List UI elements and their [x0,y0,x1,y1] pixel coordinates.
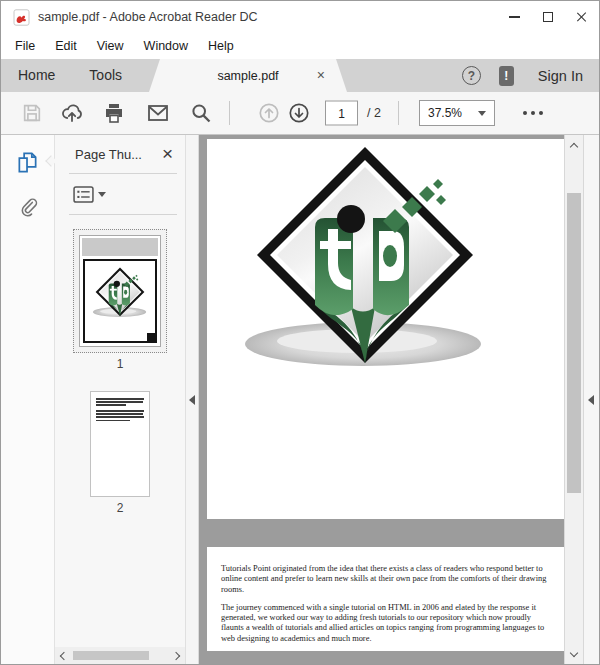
thumbnail-page-1-preview [79,235,161,347]
page-total-label: / 2 [367,106,381,120]
scroll-right-icon[interactable] [172,651,180,659]
chevron-down-icon [478,111,486,116]
thumbnail-banner [82,238,158,256]
navigation-icon-strip [1,135,55,664]
panel-close-icon[interactable]: × [162,145,173,163]
title-bar: sample.pdf - Adobe Acrobat Reader DC [1,1,599,33]
thumbnail-1-label: 1 [117,357,124,371]
chevron-up-icon [570,142,578,150]
sign-in-button[interactable]: Sign In [538,68,583,84]
collapse-panel-icon[interactable] [189,395,195,405]
menu-window[interactable]: Window [134,35,198,57]
pdf-page-2: Tutorials Point originated from the idea… [207,547,564,651]
toolbar: / 2 37.5% [1,92,599,135]
menu-help[interactable]: Help [198,35,244,57]
help-icon[interactable]: ? [462,66,481,85]
scroll-up-button[interactable] [565,137,583,153]
menu-view[interactable]: View [87,35,134,57]
tab-tools[interactable]: Tools [72,59,139,92]
close-button[interactable] [565,1,599,33]
notification-icon[interactable]: ! [499,66,514,86]
printer-icon [102,101,126,125]
close-icon [576,11,588,23]
acrobat-reader-window: sample.pdf - Adobe Acrobat Reader DC Fil… [0,0,600,665]
vertical-scrollbar-thumb[interactable] [567,193,581,493]
thumbnail-options-button[interactable] [55,174,185,214]
chevron-down-icon [98,192,106,197]
share-button[interactable] [60,101,84,125]
window-title: sample.pdf - Adobe Acrobat Reader DC [38,10,258,24]
more-tools-button[interactable] [523,111,543,115]
attachments-paperclip-icon[interactable] [17,194,38,217]
horizontal-scrollbar-thumb[interactable] [73,651,149,660]
page-thumbnails-icon[interactable] [16,151,39,174]
document-viewport[interactable]: Tutorials Point originated from the idea… [199,135,564,664]
scroll-left-icon[interactable] [60,651,68,659]
toolbar-separator [398,101,399,125]
next-page-button[interactable] [287,101,311,125]
print-button[interactable] [102,101,126,125]
acrobat-icon [13,9,30,26]
list-options-icon [73,186,94,203]
tutorialspoint-logo-small [92,265,148,322]
thumbnails-horizontal-scrollbar[interactable] [55,647,185,664]
save-icon [21,102,43,124]
scroll-down-button[interactable] [565,646,583,662]
thumbnail-page-2[interactable]: 2 [90,391,150,515]
email-button[interactable] [146,101,170,125]
maximize-icon [543,12,553,22]
tab-document[interactable]: sample.pdf × [149,59,347,92]
dot-icon [523,111,527,115]
tutorialspoint-logo [241,139,489,387]
page-thumbnails-panel: Page Thu... × [55,135,185,664]
page-number-input[interactable] [325,101,358,126]
zoom-level-dropdown[interactable]: 37.5% [419,100,495,126]
document-tab-close-icon[interactable]: × [317,67,325,83]
dot-icon [531,111,535,115]
minimize-button[interactable] [497,1,531,33]
thumbnail-page-2-preview [90,391,150,497]
expand-tools-pane-icon[interactable] [588,395,594,405]
tab-bar: Home Tools sample.pdf × ? ! Sign In [1,59,599,92]
search-button[interactable] [189,101,213,125]
tools-pane-collapse-strip[interactable] [583,135,599,664]
page2-paragraph-2: The journey commenced with a single tuto… [221,603,548,644]
search-icon [189,101,213,125]
page2-paragraph-1: Tutorials Point originated from the idea… [221,564,548,595]
menu-file[interactable]: File [5,35,45,57]
zoom-level-value: 37.5% [428,106,462,120]
thumbnail-frame [83,259,157,343]
pdf-page-1 [207,139,564,519]
toolbar-separator [229,101,230,125]
save-button[interactable] [21,102,43,124]
arrow-down-circle-icon [287,101,311,125]
vertical-scrollbar[interactable] [564,135,583,664]
arrow-up-circle-icon [257,101,281,125]
cloud-upload-icon [60,101,84,125]
panel-title: Page Thu... [75,147,142,162]
previous-page-button[interactable] [257,101,281,125]
envelope-icon [146,101,170,125]
panel-collapse-strip[interactable] [185,135,199,664]
dot-icon [539,111,543,115]
thumbnail-2-label: 2 [117,501,124,515]
menu-edit[interactable]: Edit [45,35,87,57]
chevron-down-icon [570,648,578,656]
document-tab-label: sample.pdf [217,69,278,83]
menu-bar: File Edit View Window Help [1,33,599,59]
maximize-button[interactable] [531,1,565,33]
thumbnail-page-1[interactable] [73,229,167,353]
minimize-icon [509,16,520,18]
tab-home[interactable]: Home [1,59,72,92]
thumbnail-corner-mark [147,333,155,341]
